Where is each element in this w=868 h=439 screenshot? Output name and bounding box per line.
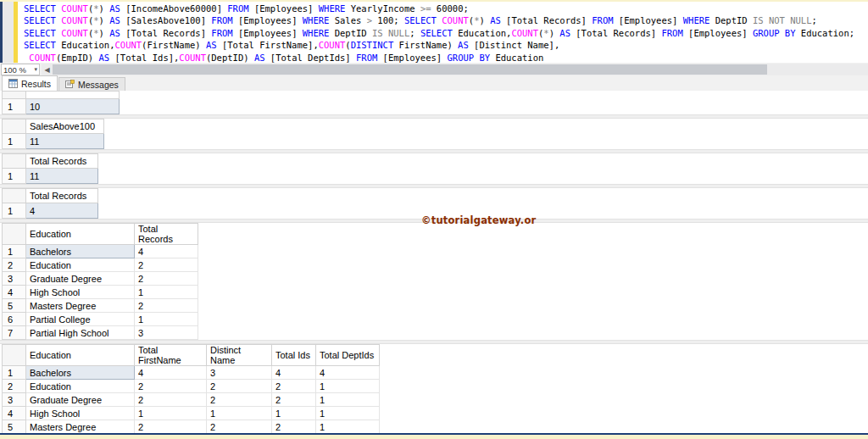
- grid-cell[interactable]: Graduate Degree: [26, 393, 135, 407]
- result-grid-sales: SalesAbove100111: [2, 119, 104, 149]
- grid-cell[interactable]: 11: [26, 169, 98, 184]
- grid-corner-cell[interactable]: [3, 224, 26, 245]
- row-header[interactable]: 1: [3, 203, 26, 219]
- row-header[interactable]: 2: [3, 380, 26, 393]
- grid-cell[interactable]: 4: [26, 203, 98, 219]
- column-header[interactable]: Total FirstName: [135, 345, 207, 366]
- zoom-level-dropdown[interactable]: 100 % ▾: [1, 64, 40, 75]
- row-header[interactable]: 4: [3, 407, 26, 420]
- grid-cell[interactable]: 4: [272, 366, 316, 380]
- grid-corner-cell[interactable]: [3, 119, 26, 134]
- bottom-cream-strip: [0, 435, 868, 439]
- grid-cell[interactable]: Education: [26, 258, 135, 272]
- grid-cell[interactable]: Masters Degree: [26, 299, 135, 313]
- column-header[interactable]: Education: [26, 224, 135, 245]
- grid-corner-cell[interactable]: [3, 189, 26, 203]
- grid-cell[interactable]: 2: [207, 420, 272, 434]
- column-header[interactable]: Education: [26, 345, 135, 366]
- tab-messages[interactable]: Messages: [58, 77, 125, 91]
- grid-cell[interactable]: 4: [316, 366, 380, 380]
- grid-separator[interactable]: [0, 184, 868, 188]
- grid-cell[interactable]: 2: [272, 393, 316, 407]
- zoom-level-value: 100 %: [3, 65, 26, 75]
- row-header[interactable]: 3: [3, 393, 26, 407]
- scroll-left-arrow-icon[interactable]: ◀: [42, 64, 53, 75]
- table-row: 111: [3, 134, 104, 149]
- grid-cell[interactable]: 1: [316, 393, 380, 407]
- table-row: 5Masters Degree2: [3, 299, 198, 313]
- grid-cell[interactable]: Education: [26, 380, 135, 393]
- column-header[interactable]: Total Records: [135, 224, 198, 245]
- grid-cell[interactable]: Partial College: [26, 313, 135, 326]
- grid-cell[interactable]: 2: [135, 420, 207, 434]
- grid-cell[interactable]: High School: [26, 286, 135, 299]
- column-header[interactable]: IncomeAbove60000: [26, 92, 120, 99]
- code-lines[interactable]: SELECT COUNT(*) AS [IncomeAbove60000] FR…: [18, 2, 868, 63]
- tab-results[interactable]: Results: [2, 75, 58, 91]
- grid-cell[interactable]: 1: [272, 407, 316, 420]
- grid-cell[interactable]: 3: [135, 326, 198, 340]
- grid-cell[interactable]: Partial High School: [26, 326, 135, 340]
- table-row: 3Graduate Degree2221: [3, 393, 380, 407]
- grid-cell[interactable]: 2: [207, 393, 272, 407]
- row-header[interactable]: 5: [3, 299, 26, 313]
- grid-cell[interactable]: 2: [135, 272, 198, 286]
- row-header[interactable]: 6: [3, 313, 26, 326]
- result-grid-education-counts: EducationTotal Records1Bachelors42Educat…: [2, 223, 198, 340]
- column-header[interactable]: Total Ids: [272, 345, 316, 366]
- table-row: 14: [3, 203, 98, 219]
- row-header[interactable]: 4: [3, 286, 26, 299]
- grid-cell[interactable]: 1: [135, 286, 198, 299]
- table-row: 1Bachelors4344: [3, 366, 380, 380]
- row-header[interactable]: 5: [3, 420, 26, 434]
- grid-cell[interactable]: 11: [26, 134, 104, 149]
- grid-cell[interactable]: 1: [207, 407, 272, 420]
- grid-cell[interactable]: 2: [272, 380, 316, 393]
- grid-cell[interactable]: 3: [207, 366, 272, 380]
- grid-cell[interactable]: 1: [316, 380, 380, 393]
- grid-corner-cell[interactable]: [3, 154, 26, 169]
- grid-cell[interactable]: Bachelors: [26, 245, 135, 258]
- grid-cell[interactable]: 2: [135, 299, 198, 313]
- column-header[interactable]: Total DeptIds: [316, 345, 380, 366]
- row-header[interactable]: 3: [3, 272, 26, 286]
- row-header[interactable]: 1: [3, 245, 26, 258]
- row-header[interactable]: 1: [3, 169, 26, 184]
- row-header[interactable]: 1: [3, 99, 26, 114]
- row-header[interactable]: 1: [3, 134, 26, 149]
- grid-cell[interactable]: High School: [26, 407, 135, 420]
- grid-cell[interactable]: 1: [316, 407, 380, 420]
- grid-cell[interactable]: Masters Degree: [26, 420, 135, 434]
- column-header[interactable]: Total Records: [26, 154, 98, 169]
- scrollbar-thumb[interactable]: [53, 64, 767, 75]
- row-header[interactable]: 2: [3, 258, 26, 272]
- grid-cell[interactable]: 10: [26, 99, 120, 114]
- grid-separator[interactable]: [0, 114, 868, 119]
- column-header[interactable]: Total Records: [26, 189, 98, 203]
- horizontal-scrollbar[interactable]: ◀: [42, 64, 868, 75]
- grid-cell[interactable]: 2: [135, 380, 207, 393]
- grid-cell[interactable]: 2: [207, 380, 272, 393]
- grid-cell[interactable]: 1: [135, 313, 198, 326]
- grid-corner-cell[interactable]: [3, 92, 26, 99]
- table-row: 7Partial High School3: [3, 326, 198, 340]
- grid-cell[interactable]: 4: [135, 245, 198, 258]
- grid-cell[interactable]: 2: [135, 258, 198, 272]
- tab-results-label: Results: [21, 79, 51, 89]
- row-header[interactable]: 1: [3, 366, 26, 380]
- grid-separator[interactable]: [0, 149, 868, 153]
- sql-editor[interactable]: SELECT COUNT(*) AS [IncomeAbove60000] FR…: [0, 2, 868, 63]
- grid-cell[interactable]: 1: [316, 420, 380, 434]
- grid-cell[interactable]: 1: [135, 407, 207, 420]
- grid-cell[interactable]: 2: [272, 420, 316, 434]
- grid-cell[interactable]: Bachelors: [26, 366, 135, 380]
- column-header[interactable]: Distinct Name: [207, 345, 272, 366]
- grid-corner-cell[interactable]: [3, 345, 26, 366]
- grid-cell[interactable]: 2: [135, 393, 207, 407]
- column-header[interactable]: SalesAbove100: [26, 119, 104, 134]
- editor-indicator-margin: [3, 2, 14, 63]
- grid-cell[interactable]: 4: [135, 366, 207, 380]
- result-grid-total-records-notnull: Total Records111: [2, 153, 98, 184]
- grid-cell[interactable]: Graduate Degree: [26, 272, 135, 286]
- row-header[interactable]: 7: [3, 326, 26, 340]
